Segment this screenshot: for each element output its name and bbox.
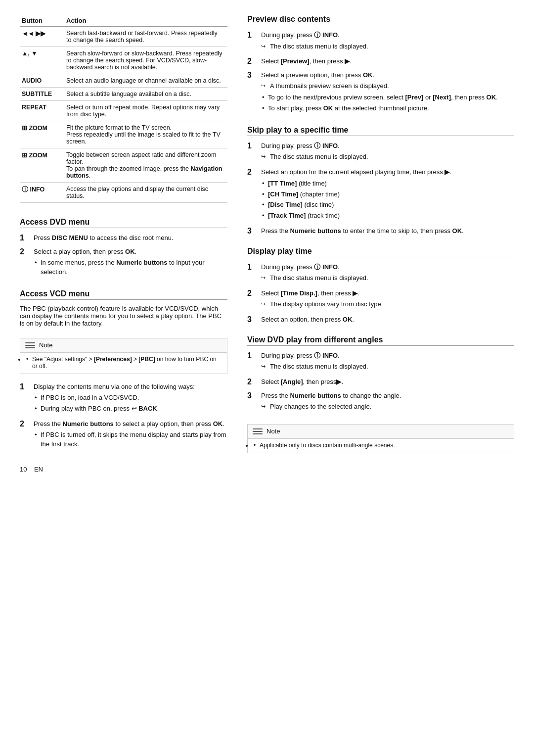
skip-play-title: Skip play to a specific time: [247, 126, 514, 136]
button-cell: ⓘ INFO: [20, 183, 64, 203]
table-header-action: Action: [64, 15, 227, 27]
arrow-item: The display options vary from disc type.: [261, 300, 514, 309]
step-content: Press the Numeric buttons to change the …: [261, 391, 514, 413]
step-number: 1: [20, 382, 29, 391]
table-row: ⊞ ZOOMToggle between screen aspect ratio…: [20, 148, 227, 183]
table-row: SUBTITLESelect a subtitle language avail…: [20, 88, 227, 101]
note-item: See "Adjust settings" > [Preferences] > …: [25, 356, 222, 370]
note-box-2: Note Applicable only to discs contain mu…: [247, 424, 514, 453]
table-row: AUDIOSelect an audio language or channel…: [20, 74, 227, 88]
step-number: 3: [247, 391, 256, 400]
step-content: During play, press ⓘ INFO. The disc stat…: [261, 351, 514, 373]
sub-item: [Track Time] (track time): [261, 211, 514, 221]
step-number: 1: [247, 141, 256, 150]
action-cell: Fit the picture format to the TV screen.…: [64, 121, 227, 148]
table-row: ▲, ▼Search slow-forward or slow-backward…: [20, 47, 227, 74]
table-row: REPEATSelect or turn off repeat mode. Re…: [20, 101, 227, 121]
section-preview: Preview disc contents 1 During play, pre…: [247, 15, 514, 115]
arrow-item: A thumbnails preview screen is displayed…: [261, 82, 514, 91]
step-content: Select a preview option, then press OK. …: [261, 70, 514, 115]
step-content: Select a play option, then press OK. In …: [34, 247, 227, 279]
action-cell: Search fast-backward or fast-forward. Pr…: [64, 27, 227, 47]
step-number: 3: [247, 70, 256, 80]
button-cell: AUDIO: [20, 74, 64, 88]
button-cell: ◄◄ ▶▶: [20, 27, 64, 47]
right-column: Preview disc contents 1 During play, pre…: [247, 15, 514, 473]
sub-item: To go to the next/previous prview screen…: [261, 93, 514, 102]
display-step-1: 1 During play, press ⓘ INFO. The disc st…: [247, 262, 514, 284]
action-cell: Toggle between screen aspect ratio and d…: [64, 148, 227, 183]
sub-list: If PBC is turned off, it skips the menu …: [34, 430, 227, 449]
page-footer: 10 EN: [20, 466, 227, 473]
section-skip-play: Skip play to a specific time 1 During pl…: [247, 126, 514, 236]
sub-item: In some menus, press the Numeric buttons…: [34, 258, 227, 277]
arrow-item: Play changes to the selected angle.: [261, 402, 514, 412]
step-content: Display the contents menu via one of the…: [34, 382, 227, 415]
step-number: 2: [247, 377, 256, 386]
lang-label: EN: [34, 466, 43, 473]
step-content: Select an option, then press OK.: [261, 315, 514, 325]
action-cell: Select or turn off repeat mode. Repeat o…: [64, 101, 227, 121]
note-item: Applicable only to discs contain multi-a…: [253, 442, 509, 449]
step-content: During play, press ⓘ INFO. The disc stat…: [261, 262, 514, 284]
step-number: 1: [247, 262, 256, 272]
note-icon: [253, 427, 263, 435]
step-content: Select an option for the current elapsed…: [261, 167, 514, 222]
arrow-list: The disc status menu is displayed.: [261, 42, 514, 51]
angle-step-2: 2 Select [Angle], then press▶.: [247, 377, 514, 387]
display-play-title: Display play time: [247, 247, 514, 257]
access-dvd-step-2: 2 Select a play option, then press OK. I…: [20, 247, 227, 279]
step-number: 2: [247, 288, 256, 298]
step-number: 1: [20, 233, 29, 242]
vcd-step-2: 2 Press the Numeric buttons to select a …: [20, 419, 227, 451]
access-dvd-title: Access DVD menu: [20, 218, 227, 228]
angle-step-1: 1 During play, press ⓘ INFO. The disc st…: [247, 351, 514, 373]
note-icon: [25, 341, 35, 349]
sub-list: To go to the next/previous prview screen…: [261, 93, 514, 113]
button-cell: ▲, ▼: [20, 47, 64, 74]
arrow-item: The disc status menu is displayed.: [261, 42, 514, 51]
view-angles-title: View DVD play from different angles: [247, 335, 514, 346]
step-number: 1: [247, 351, 256, 360]
step-number: 2: [247, 56, 256, 66]
sub-list: [TT Time] (title time) [CH Time] (chapte…: [261, 179, 514, 221]
ok-label: OK: [125, 248, 135, 255]
action-cell: Access the play options and display the …: [64, 183, 227, 203]
arrow-item: The disc status menu is displayed.: [261, 152, 514, 162]
skip-step-1: 1 During play, press ⓘ INFO. The disc st…: [247, 141, 514, 163]
sub-item: [TT Time] (title time): [261, 179, 514, 189]
note-label: Note: [267, 427, 280, 435]
button-cell: ⊞ ZOOM: [20, 148, 64, 183]
step-number: 1: [247, 30, 256, 40]
arrow-list: A thumbnails preview screen is displayed…: [261, 82, 514, 91]
sub-item: To start play, press OK at the selected …: [261, 104, 514, 113]
view-angles-steps: 1 During play, press ⓘ INFO. The disc st…: [247, 351, 514, 413]
left-column: Button Action ◄◄ ▶▶Search fast-backward …: [20, 15, 227, 473]
note-label: Note: [39, 341, 52, 349]
angle-step-3: 3 Press the Numeric buttons to change th…: [247, 391, 514, 413]
sub-item: If PBC is on, load in a VCD/SVCD.: [34, 393, 227, 403]
sub-list: In some menus, press the Numeric buttons…: [34, 258, 227, 277]
disc-menu-label: DISC MENU: [52, 234, 88, 241]
step-content: Press the Numeric buttons to enter the t…: [261, 226, 514, 236]
sub-item: [Disc Time] (disc time): [261, 200, 514, 210]
step-number: 2: [20, 419, 29, 428]
display-play-steps: 1 During play, press ⓘ INFO. The disc st…: [247, 262, 514, 325]
button-cell: ⊞ ZOOM: [20, 121, 64, 148]
access-vcd-title: Access VCD menu: [20, 289, 227, 300]
section-access-vcd: Access VCD menu The PBC (playback contro…: [20, 289, 227, 327]
arrow-list: The display options vary from disc type.: [261, 300, 514, 309]
arrow-list: The disc status menu is displayed.: [261, 274, 514, 283]
preview-step-3: 3 Select a preview option, then press OK…: [247, 70, 514, 115]
step-number: 3: [247, 226, 256, 236]
sub-item: [CH Time] (chapter time): [261, 190, 514, 199]
page-number: 10: [20, 466, 27, 473]
skip-play-steps: 1 During play, press ⓘ INFO. The disc st…: [247, 141, 514, 236]
button-action-table: Button Action ◄◄ ▶▶Search fast-backward …: [20, 15, 227, 203]
access-dvd-step-1: 1 Press DISC MENU to access the disc roo…: [20, 233, 227, 243]
sub-item: If PBC is turned off, it skips the menu …: [34, 430, 227, 449]
access-dvd-steps: 1 Press DISC MENU to access the disc roo…: [20, 233, 227, 279]
action-cell: Search slow-forward or slow-backward. Pr…: [64, 47, 227, 74]
button-cell: SUBTITLE: [20, 88, 64, 101]
table-row: ⓘ INFOAccess the play options and displa…: [20, 183, 227, 203]
